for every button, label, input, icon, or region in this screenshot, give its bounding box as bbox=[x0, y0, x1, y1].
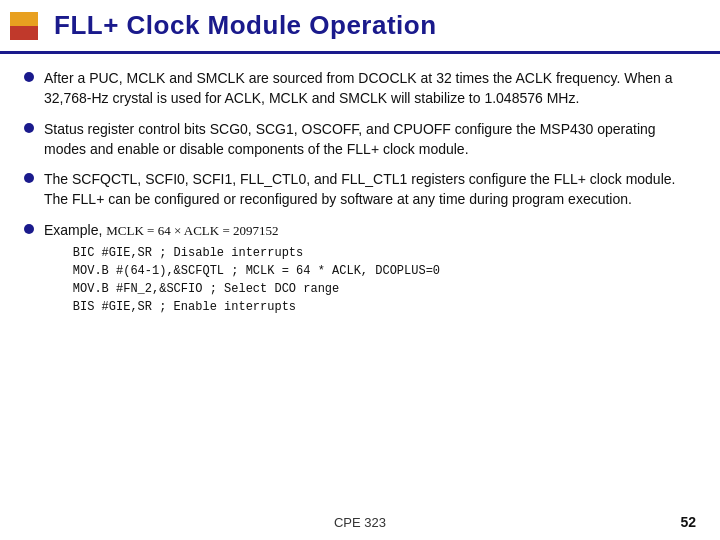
bullet-text-4: Example, MCLK = 64 × ACLK = 2097152 BIC … bbox=[44, 220, 696, 316]
bullet-item-4: Example, MCLK = 64 × ACLK = 2097152 BIC … bbox=[24, 220, 696, 316]
bullet-list: After a PUC, MCLK and SMCLK are sourced … bbox=[24, 68, 696, 316]
math-formula: MCLK = 64 × ACLK = 2097152 bbox=[106, 223, 278, 238]
slide: FLL+ Clock Module Operation After a PUC,… bbox=[0, 0, 720, 540]
footer: CPE 323 bbox=[0, 515, 720, 530]
footer-label: CPE 323 bbox=[334, 515, 386, 530]
logo bbox=[10, 12, 38, 40]
bullet-item-2: Status register control bits SCG0, SCG1,… bbox=[24, 119, 696, 160]
bullet-item-3: The SCFQCTL, SCFI0, SCFI1, FLL_CTL0, and… bbox=[24, 169, 696, 210]
bullet-item-1: After a PUC, MCLK and SMCLK are sourced … bbox=[24, 68, 696, 109]
bullet-dot-4 bbox=[24, 224, 34, 234]
logo-top bbox=[10, 12, 38, 26]
code-block: BIC #GIE,SR ; Disable interrupts MOV.B #… bbox=[44, 244, 696, 316]
bullet-dot-3 bbox=[24, 173, 34, 183]
bullet-text-2: Status register control bits SCG0, SCG1,… bbox=[44, 119, 696, 160]
page-number: 52 bbox=[680, 514, 696, 530]
bullet-text-1: After a PUC, MCLK and SMCLK are sourced … bbox=[44, 68, 696, 109]
content-area: After a PUC, MCLK and SMCLK are sourced … bbox=[0, 54, 720, 326]
bullet-dot-2 bbox=[24, 123, 34, 133]
logo-bottom bbox=[10, 26, 38, 40]
example-prefix: Example, bbox=[44, 222, 106, 238]
bullet-dot-1 bbox=[24, 72, 34, 82]
bullet-text-3: The SCFQCTL, SCFI0, SCFI1, FLL_CTL0, and… bbox=[44, 169, 696, 210]
header: FLL+ Clock Module Operation bbox=[0, 0, 720, 54]
slide-title: FLL+ Clock Module Operation bbox=[54, 10, 437, 41]
